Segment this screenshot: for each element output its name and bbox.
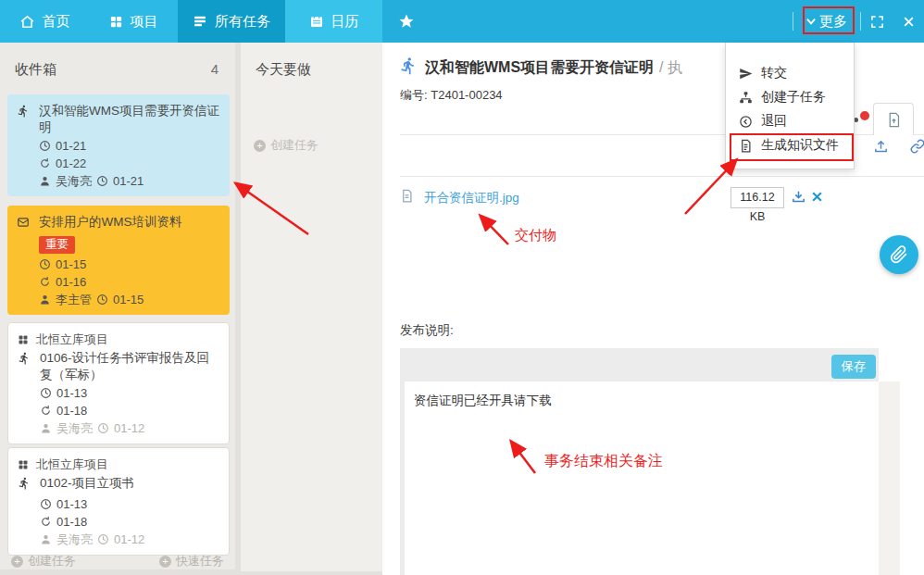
person-icon [40,533,52,545]
clock-icon [97,422,109,434]
task-code: 编号: T2401-00234 [400,87,503,104]
menu-item-return[interactable]: 退回 [726,109,854,133]
upload-icon [873,139,889,155]
clock-icon [40,387,52,399]
more-label: 更多 [819,13,847,31]
nav-calendar-label: 日历 [331,13,359,31]
nav-tab-home[interactable]: 首页 [0,0,89,43]
star-icon [398,13,415,30]
person-icon [39,294,51,306]
card-due-date: 01-15 [56,256,86,272]
notes-editor[interactable]: 资信证明已经开具请下载 [405,381,879,575]
calendar-icon [309,14,324,29]
remind-icon [39,157,51,169]
card-remind-date: 01-22 [56,156,86,171]
file-upload-icon [886,112,902,128]
plus-icon: + [254,140,266,152]
card-title: 0102-项目立项书 [40,475,219,492]
card-owner: 吴海亮 [56,420,93,436]
card-owner-date: 01-12 [114,531,144,547]
link-button[interactable] [910,139,924,155]
download-button[interactable] [791,189,806,208]
clock-icon [97,533,109,545]
chevron-down-icon [805,15,818,28]
task-card[interactable]: 汉和智能WMS项目需要开资信证明 01-21 01-22 吴海亮 01-21 [7,94,230,196]
attachment-fab[interactable] [880,235,918,274]
top-navbar: 首页 项目 所有任务 日历 更多 [0,0,924,43]
running-task-icon [18,350,40,369]
create-task-button[interactable]: +创建任务 [254,137,318,154]
create-task-button[interactable]: +创建任务 [11,553,76,569]
nav-tab-favorites[interactable] [382,0,431,43]
today-title: 今天要做 [256,61,311,79]
download-icon [791,189,806,205]
attachment-row: 开合资信证明.jpg 116.12 KB [400,187,924,209]
inbox-title: 收件箱 [15,61,56,79]
document-icon [400,189,414,206]
nav-tab-calendar[interactable]: 日历 [285,0,382,43]
menu-item-label: 创建子任务 [761,89,826,106]
notification-dot [860,111,869,120]
nav-tab-all-tasks[interactable]: 所有任务 [178,0,285,43]
close-panel-button[interactable] [893,16,924,28]
card-remind-date: 01-18 [56,403,87,419]
menu-item-label: 转交 [761,65,787,81]
kanban-board: 收件箱 4 汉和智能WMS项目需要开资信证明 01-21 01-22 吴海亮 0… [0,43,382,575]
plus-icon: + [159,556,171,568]
divider [400,176,924,177]
quick-task-button[interactable]: +快速任务 [159,553,224,569]
card-title: 安排用户的WMS培训资料 [39,214,220,231]
paperclip-icon [890,245,908,264]
tab-deliverables[interactable] [873,103,914,135]
menu-item-transfer[interactable]: 转交 [726,61,854,85]
task-card[interactable]: 北恒立库项目 0106-设计任务书评审报告及回复（军标） 01-13 01-18… [7,322,230,444]
task-code-value: T2401-00234 [431,88,502,102]
x-icon [811,191,823,203]
project-icon [18,459,29,470]
card-title: 0106-设计任务书评审报告及回复（军标） [40,350,219,383]
card-due-date: 01-13 [56,496,87,512]
scroll-gutter [879,381,900,575]
clock-icon [39,258,51,270]
fullscreen-button[interactable] [861,15,893,29]
project-icon [18,334,29,345]
app-window: 首页 项目 所有任务 日历 更多 [0,0,924,575]
card-owner-date: 01-15 [113,292,144,307]
card-owner: 吴海亮 [56,173,92,189]
nav-tab-projects[interactable]: 项目 [89,0,178,43]
task-code-label: 编号: [400,88,428,102]
create-task-label: 创建任务 [270,137,318,154]
more-button[interactable]: 更多 [793,13,860,31]
menu-item-create-subtask[interactable]: 创建子任务 [726,85,854,109]
upload-button[interactable] [873,139,889,155]
card-project: 北恒立库项目 [36,456,108,473]
task-type-icon [399,56,418,79]
task-card[interactable]: 北恒立库项目 0102-项目立项书 01-13 01-18 吴海亮 01-12 [7,447,230,556]
task-title: 汉和智能WMS项目需要开资信证明/ 执 [425,58,682,78]
task-status-suffix: / 执 [659,59,682,75]
attachment-link[interactable]: 开合资信证明.jpg [424,190,519,206]
delete-attachment-button[interactable] [811,190,823,206]
create-task-label: 创建任务 [28,553,76,569]
return-icon [739,115,753,129]
sitemap-icon [739,91,753,105]
quick-task-label: 快速任务 [176,553,224,569]
link-icon [910,139,924,154]
important-badge: 重要 [39,236,75,254]
menu-item-generate-knowledge-file[interactable]: 生成知识文件 [726,133,854,157]
inbox-footer: +创建任务 +快速任务 [0,553,235,569]
nav-home-label: 首页 [43,13,70,31]
person-icon [40,422,52,434]
task-card[interactable]: 安排用户的WMS培训资料 重要 01-15 01-16 李主管 01-15 [7,206,230,315]
fullscreen-icon [870,15,884,29]
plus-icon: + [11,556,23,568]
save-button[interactable]: 保存 [831,355,876,379]
document-icon [739,139,753,153]
inbox-column: 收件箱 4 汉和智能WMS项目需要开资信证明 01-21 01-22 吴海亮 0… [0,43,235,569]
nav-right-group: 更多 [793,0,924,43]
card-owner: 李主管 [56,292,92,307]
today-column: 今天要做 +创建任务 [241,43,382,571]
clock-icon [96,175,108,187]
remind-icon [39,276,51,288]
running-task-icon [17,103,39,122]
